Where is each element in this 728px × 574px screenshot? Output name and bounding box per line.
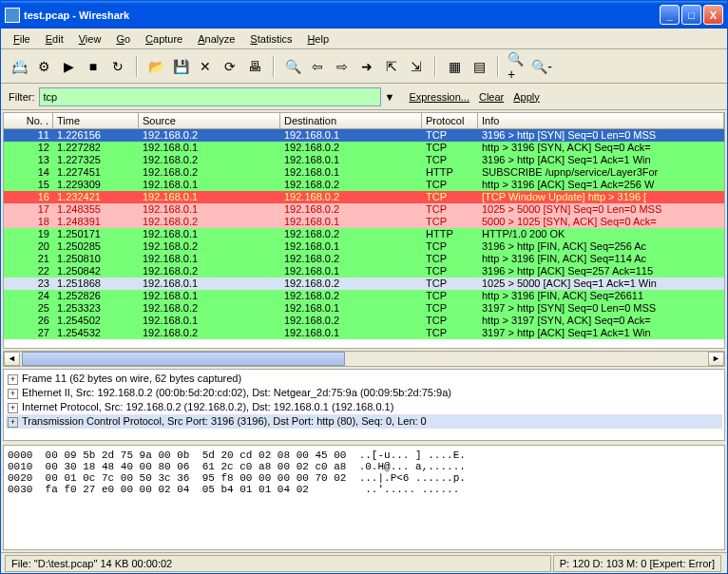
col-protocol[interactable]: Protocol (422, 113, 478, 128)
filter-input[interactable]: tcp (39, 87, 381, 106)
main-window: test.pcap - Wireshark _ □ X File Edit Vi… (0, 0, 728, 574)
titlebar[interactable]: test.pcap - Wireshark _ □ X (1, 1, 727, 29)
maximize-button[interactable]: □ (681, 5, 701, 25)
menubar: File Edit View Go Capture Analyze Statis… (1, 29, 727, 49)
hex-dump[interactable]: 0000 00 09 5b 2d 75 9a 00 0b 5d 20 cd 02… (3, 445, 725, 550)
packet-list: No. . Time Source Destination Protocol I… (3, 112, 725, 349)
scroll-right-icon[interactable]: ► (708, 352, 724, 366)
packet-row[interactable]: 211.250810192.168.0.1192.168.0.2TCPhttp … (4, 253, 724, 265)
tree-ethernet[interactable]: +Ethernet II, Src: 192.168.0.2 (00:0b:5d… (6, 386, 722, 400)
close-button[interactable]: X (703, 5, 723, 25)
print-icon[interactable]: 🖶 (244, 56, 265, 77)
stop-capture-icon[interactable]: ■ (83, 56, 104, 77)
window-title: test.pcap - Wireshark (24, 10, 660, 21)
menu-go[interactable]: Go (109, 31, 137, 47)
open-icon[interactable]: 📂 (145, 56, 166, 77)
packet-row[interactable]: 241.252826192.168.0.1192.168.0.2TCPhttp … (4, 290, 724, 302)
packet-row[interactable]: 191.250171192.168.0.1192.168.0.2HTTPHTTP… (4, 228, 724, 240)
packet-row[interactable]: 131.227325192.168.0.2192.168.0.1TCP3196 … (4, 154, 724, 166)
tree-ip[interactable]: +Internet Protocol, Src: 192.168.0.2 (19… (6, 400, 722, 414)
packet-row[interactable]: 161.232421192.168.0.1192.168.0.2TCP[TCP … (4, 191, 724, 203)
zoom-out-icon[interactable]: 🔍- (531, 56, 552, 77)
zoom-in-icon[interactable]: 🔍+ (507, 56, 527, 77)
packet-row[interactable]: 201.250285192.168.0.2192.168.0.1TCP3196 … (4, 240, 724, 253)
filter-label: Filter: (9, 91, 35, 103)
filterbar: Filter: tcp ▼ Expression... Clear Apply (1, 84, 727, 110)
packet-row[interactable]: 231.251868192.168.0.1192.168.0.2TCP1025 … (4, 277, 724, 290)
statusbar: File: "D:\test.pcap" 14 KB 00:00:02 P: 1… (1, 552, 727, 573)
status-stats: P: 120 D: 103 M: 0 [Expert: Error] (553, 555, 721, 572)
start-capture-icon[interactable]: ▶ (58, 56, 79, 77)
first-icon[interactable]: ⇱ (381, 56, 402, 77)
expand-icon[interactable]: + (8, 374, 18, 385)
goto-icon[interactable]: ➜ (356, 56, 377, 77)
save-icon[interactable]: 💾 (170, 56, 191, 77)
minimize-button[interactable]: _ (660, 5, 680, 25)
tree-tcp[interactable]: +Transmission Control Protocol, Src Port… (6, 414, 722, 429)
expand-icon[interactable]: + (8, 389, 18, 399)
packet-details[interactable]: +Frame 11 (62 bytes on wire, 62 bytes ca… (3, 369, 725, 441)
packet-row[interactable]: 121.227282192.168.0.1192.168.0.2TCPhttp … (4, 142, 724, 154)
expand-icon[interactable]: + (8, 403, 18, 413)
options-icon[interactable]: ⚙ (33, 56, 54, 77)
autoscroll-icon[interactable]: ▤ (469, 56, 489, 77)
packet-row[interactable]: 151.229309192.168.0.1192.168.0.2TCPhttp … (4, 179, 724, 191)
packet-row[interactable]: 181.248391192.168.0.2192.168.0.1TCP5000 … (4, 216, 724, 228)
packet-row[interactable]: 271.254532192.168.0.2192.168.0.1TCP3197 … (4, 327, 724, 339)
expression-button[interactable]: Expression... (406, 91, 472, 103)
apply-button[interactable]: Apply (510, 91, 543, 103)
back-icon[interactable]: ⇦ (307, 56, 328, 77)
tree-frame[interactable]: +Frame 11 (62 bytes on wire, 62 bytes ca… (6, 372, 722, 386)
col-time[interactable]: Time (53, 113, 139, 128)
packet-header: No. . Time Source Destination Protocol I… (4, 113, 724, 129)
packet-row[interactable]: 251.253323192.168.0.2192.168.0.1TCP3197 … (4, 302, 724, 315)
app-icon (5, 8, 20, 23)
col-source[interactable]: Source (139, 113, 280, 128)
packet-row[interactable]: 171.248355192.168.0.1192.168.0.2TCP1025 … (4, 203, 724, 216)
close-file-icon[interactable]: ✕ (195, 56, 216, 77)
find-icon[interactable]: 🔍 (282, 56, 303, 77)
colorize-icon[interactable]: ▦ (444, 56, 465, 77)
packet-row[interactable]: 221.250842192.168.0.2192.168.0.1TCP3196 … (4, 265, 724, 277)
scroll-thumb[interactable] (22, 352, 345, 366)
filter-dropdown-icon[interactable]: ▼ (385, 91, 395, 103)
restart-icon[interactable]: ↻ (107, 56, 128, 77)
clear-button[interactable]: Clear (476, 91, 507, 103)
reload-icon[interactable]: ⟳ (220, 56, 240, 77)
forward-icon[interactable]: ⇨ (332, 56, 353, 77)
status-file: File: "D:\test.pcap" 14 KB 00:00:02 (5, 555, 551, 572)
col-info[interactable]: Info (478, 113, 724, 128)
expand-icon[interactable]: + (8, 417, 18, 428)
menu-analyze[interactable]: Analyze (191, 31, 241, 47)
col-destination[interactable]: Destination (280, 113, 422, 128)
hscroll[interactable]: ◄ ► (3, 351, 725, 367)
menu-statistics[interactable]: Statistics (243, 31, 298, 47)
menu-edit[interactable]: Edit (39, 31, 70, 47)
packet-row[interactable]: 111.226156192.168.0.2192.168.0.1TCP3196 … (4, 129, 724, 142)
menu-capture[interactable]: Capture (139, 31, 189, 47)
toolbar: 📇 ⚙ ▶ ■ ↻ 📂 💾 ✕ ⟳ 🖶 🔍 ⇦ ⇨ ➜ ⇱ ⇲ ▦ ▤ 🔍+ 🔍… (1, 49, 727, 84)
packet-body[interactable]: 111.226156192.168.0.2192.168.0.1TCP3196 … (4, 129, 724, 348)
menu-file[interactable]: File (7, 31, 37, 47)
col-no[interactable]: No. . (4, 113, 53, 128)
menu-help[interactable]: Help (300, 31, 335, 47)
scroll-left-icon[interactable]: ◄ (4, 352, 20, 366)
packet-row[interactable]: 141.227451192.168.0.2192.168.0.1HTTPSUBS… (4, 166, 724, 179)
interfaces-icon[interactable]: 📇 (9, 56, 29, 77)
menu-view[interactable]: View (72, 31, 108, 47)
packet-row[interactable]: 261.254502192.168.0.1192.168.0.2TCPhttp … (4, 315, 724, 327)
last-icon[interactable]: ⇲ (406, 56, 427, 77)
